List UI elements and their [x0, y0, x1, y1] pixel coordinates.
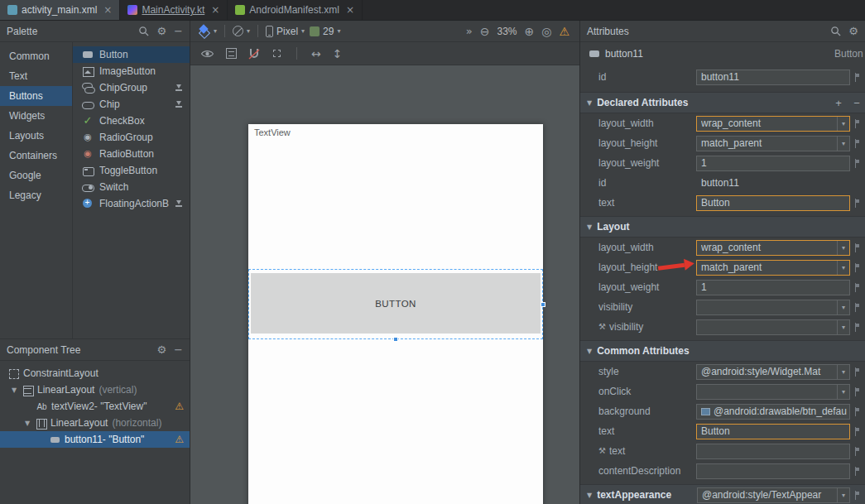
layout-weight-input[interactable]: 1: [696, 156, 850, 171]
flag-icon[interactable]: [853, 427, 860, 436]
search-icon[interactable]: [138, 26, 149, 36]
tab-activity-main-xml[interactable]: activity_main.xml: [0, 0, 120, 20]
palette-category-legacy[interactable]: Legacy: [0, 185, 72, 205]
layout-width-dropdown[interactable]: wrap_content: [696, 240, 850, 256]
close-icon[interactable]: [211, 5, 219, 15]
blueprint-frame-icon[interactable]: [226, 48, 237, 59]
clear-constraints-icon[interactable]: [311, 48, 321, 60]
zoom-in-button[interactable]: [524, 26, 534, 37]
view-options-icon[interactable]: [200, 49, 214, 59]
flag-icon[interactable]: [853, 387, 860, 396]
attribute-value[interactable]: button11: [696, 177, 850, 189]
chevron-down-icon[interactable]: [837, 261, 849, 275]
download-icon[interactable]: [175, 100, 183, 109]
gear-icon[interactable]: [156, 26, 166, 36]
add-attribute-button[interactable]: [833, 98, 844, 108]
chevron-down-icon[interactable]: [837, 488, 849, 502]
collapse-triangle-icon[interactable]: [23, 420, 31, 427]
background-input[interactable]: @android:drawable/btn_defau: [696, 404, 850, 420]
tools-text-input[interactable]: [696, 444, 850, 459]
collapse-triangle-icon[interactable]: [10, 386, 18, 394]
visibility-dropdown[interactable]: [696, 300, 850, 315]
palette-category-buttons[interactable]: Buttons: [0, 86, 72, 106]
download-icon[interactable]: [175, 199, 183, 209]
close-icon[interactable]: [103, 5, 112, 15]
onclick-dropdown[interactable]: [696, 384, 850, 400]
canvas-button[interactable]: BUTTON: [251, 273, 541, 334]
text-input[interactable]: Button: [696, 424, 850, 439]
resize-handle-right[interactable]: [541, 302, 545, 307]
minimize-icon[interactable]: [174, 26, 183, 36]
palette-item-button[interactable]: Button: [73, 46, 190, 63]
textappearance-dropdown[interactable]: @android:style/TextAppear: [697, 487, 850, 503]
palette-category-containers[interactable]: Containers: [0, 146, 72, 166]
flag-icon[interactable]: [853, 263, 860, 272]
chevron-down-icon[interactable]: [837, 320, 849, 334]
flag-icon[interactable]: [853, 73, 860, 82]
chevron-down-icon[interactable]: [837, 241, 849, 255]
flag-icon[interactable]: [853, 367, 860, 377]
orientation-selector[interactable]: [233, 26, 250, 36]
palette-category-google[interactable]: Google: [0, 166, 72, 185]
api-selector[interactable]: 29: [310, 26, 340, 37]
default-margins-icon[interactable]: [272, 48, 282, 59]
resize-handle-bottom[interactable]: [393, 337, 398, 342]
download-icon[interactable]: [175, 84, 183, 93]
palette-item-imagebutton[interactable]: ImageButton: [73, 63, 190, 79]
palette-category-layouts[interactable]: Layouts: [0, 126, 72, 146]
tab-mainactivity-kt[interactable]: MainActivity.kt: [120, 0, 228, 20]
flag-icon[interactable]: [853, 199, 860, 208]
palette-item-chip[interactable]: Chip: [73, 96, 190, 113]
flag-icon[interactable]: [853, 159, 860, 168]
zoom-to-fit-button[interactable]: [541, 26, 551, 37]
section-textappearance[interactable]: textAppearance @android:style/TextAppear: [580, 484, 865, 504]
warning-icon[interactable]: [175, 434, 184, 444]
section-declared-attributes[interactable]: Declared Attributes: [580, 92, 865, 113]
collapse-triangle-icon[interactable]: [587, 99, 592, 107]
close-icon[interactable]: [346, 5, 354, 15]
flag-icon[interactable]: [853, 323, 860, 332]
remove-attribute-button[interactable]: [851, 98, 863, 108]
flag-icon[interactable]: [853, 139, 860, 148]
layout-width-dropdown[interactable]: wrap_content: [696, 116, 850, 132]
tree-item-constraintlayout[interactable]: ConstraintLayout: [0, 365, 190, 382]
flag-icon[interactable]: [853, 243, 860, 252]
overflow-chevron[interactable]: »: [466, 25, 473, 37]
design-surface[interactable]: TextView BUTTON: [190, 65, 579, 504]
collapse-triangle-icon[interactable]: [587, 492, 592, 499]
search-icon[interactable]: [830, 26, 841, 36]
palette-category-text[interactable]: Text: [0, 66, 72, 86]
collapse-triangle-icon[interactable]: [587, 348, 592, 355]
tools-visibility-dropdown[interactable]: [696, 319, 850, 335]
palette-category-widgets[interactable]: Widgets: [0, 106, 72, 126]
tree-item-button11[interactable]: button11- "Button": [0, 431, 190, 448]
content-description-input[interactable]: [696, 463, 850, 479]
tree-item-linearlayout-vertical[interactable]: LinearLayout (vertical): [0, 382, 190, 398]
infer-constraints-icon[interactable]: [333, 48, 343, 60]
flag-icon[interactable]: [853, 407, 860, 416]
palette-item-switch[interactable]: Switch: [73, 179, 190, 195]
palette-item-radiogroup[interactable]: RadioGroup: [73, 129, 190, 146]
selected-component-row[interactable]: button11 Button: [580, 42, 865, 65]
flag-icon[interactable]: [853, 447, 860, 456]
id-input[interactable]: button11: [696, 70, 850, 85]
chevron-down-icon[interactable]: [837, 385, 849, 399]
device-canvas[interactable]: TextView BUTTON: [248, 124, 543, 504]
flag-icon[interactable]: [853, 119, 860, 128]
text-input[interactable]: Button: [696, 195, 850, 211]
canvas-textview[interactable]: TextView: [254, 127, 291, 137]
chevron-down-icon[interactable]: [837, 300, 849, 314]
palette-category-common[interactable]: Common: [0, 46, 72, 66]
autoconnect-off-icon[interactable]: [248, 48, 260, 60]
flag-icon[interactable]: [853, 491, 860, 500]
section-common-attributes[interactable]: Common Attributes: [580, 340, 865, 362]
chevron-down-icon[interactable]: [837, 365, 849, 379]
tree-item-linearlayout-horizontal[interactable]: LinearLayout (horizontal): [0, 415, 190, 431]
collapse-triangle-icon[interactable]: [587, 223, 592, 231]
warnings-button[interactable]: [559, 26, 569, 37]
layout-height-dropdown[interactable]: match_parent: [696, 136, 850, 151]
flag-icon[interactable]: [853, 303, 860, 312]
palette-item-checkbox[interactable]: CheckBox: [73, 113, 190, 129]
chevron-down-icon[interactable]: [837, 117, 849, 131]
zoom-out-button[interactable]: [480, 26, 490, 37]
